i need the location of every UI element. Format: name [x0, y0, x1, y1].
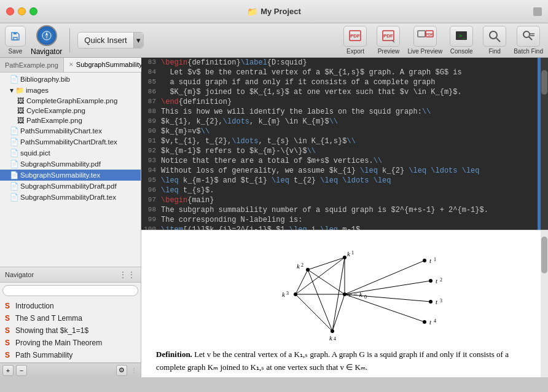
preview-button[interactable]: PDF Preview: [374, 26, 402, 55]
titlebar: 📁 My Project: [0, 0, 548, 23]
settings-button[interactable]: ⚙: [116, 365, 127, 376]
code-line-99: 99 The corresponding N-labeling is:: [141, 215, 538, 225]
svg-point-14: [490, 31, 497, 39]
file-icon: 🖼: [17, 97, 25, 104]
code-line-84: 84 Let $v$ be the central vertex of a $K…: [141, 68, 538, 77]
tree-item-subgraph-draft-tex[interactable]: 📄 SubgraphSummabilityDraft.tex: [0, 192, 141, 203]
window-controls: [6, 7, 37, 15]
nav-item-label: Introduction: [15, 302, 54, 310]
svg-marker-4: [45, 36, 48, 39]
resize-handle[interactable]: ⋮: [130, 366, 138, 375]
close-icon[interactable]: ✕: [69, 61, 74, 68]
tree-item-complete-graph[interactable]: 🖼 CompleteGraphExample.png: [0, 96, 141, 106]
tab-path-example[interactable]: PathExample.png: [0, 58, 64, 72]
file-icon: 📄: [10, 149, 18, 157]
nav-item-st-lemma[interactable]: S The S and T Lemma: [0, 312, 141, 324]
file-icon: 📄: [10, 171, 18, 179]
tree-item-subgraph-tex[interactable]: 📄 SubgraphSummability.tex: [0, 170, 141, 181]
svg-text:t: t: [436, 277, 438, 284]
editor-scrollbar[interactable]: [541, 58, 548, 230]
navigator-menu-icon[interactable]: ⋮⋮: [119, 270, 136, 280]
find-button[interactable]: Find: [480, 26, 509, 55]
preview-label: Preview: [378, 48, 400, 55]
file-icon: 📄: [10, 193, 18, 202]
nav-item-introduction[interactable]: S Introduction: [0, 300, 141, 312]
tree-item-label: SubgraphSummabilityDraft.tex: [20, 194, 116, 201]
close-button[interactable]: [6, 7, 14, 15]
find-label: Find: [488, 48, 500, 55]
navigator-label: Navigator: [31, 47, 62, 56]
tree-item-label: SubgraphSummability.tex: [20, 171, 100, 179]
save-label: Save: [9, 48, 23, 55]
export-label: Export: [346, 48, 364, 55]
code-line-98: 98 The subgraph summability number of a …: [141, 205, 538, 215]
preview-scrollbar[interactable]: [541, 230, 548, 377]
batch-find-button[interactable]: Batch Find: [514, 26, 543, 55]
svg-text:4: 4: [434, 318, 436, 324]
tree-item-bibliography[interactable]: 📄 Bibliography.bib: [0, 74, 141, 85]
svg-line-15: [496, 38, 500, 42]
tree-item-subgraph-pdf[interactable]: 📄 SubgraphSummability.pdf: [0, 159, 141, 170]
section-badge: S: [5, 351, 12, 359]
settings-icon: ⚙: [119, 366, 125, 374]
tree-item-cycle-example[interactable]: 🖼 CycleExample.png: [0, 106, 141, 116]
save-button[interactable]: Save: [5, 26, 26, 55]
nav-item-main-theorem[interactable]: S Proving the Main Theorem: [0, 337, 141, 349]
tree-item-subgraph-draft-pdf[interactable]: 📄 SubgraphSummabilityDraft.pdf: [0, 181, 141, 192]
preview-scrollbar-thumb[interactable]: [541, 237, 547, 273]
left-sidebar: PathExample.png ✕ SubgraphSummability.te…: [0, 58, 141, 377]
nav-item-label: Showing that $k_1=1$: [15, 326, 88, 335]
svg-rect-1: [14, 33, 17, 34]
svg-text:3: 3: [440, 298, 442, 304]
maximize-button[interactable]: [29, 7, 37, 15]
tree-item-path-chart-draft[interactable]: 📄 PathSummabilityChartDraft.tex: [0, 136, 141, 147]
nav-item-label: The S and T Lemma: [15, 314, 82, 323]
compass-icon: [36, 25, 57, 46]
live-preview-button[interactable]: PDF Live Preview: [407, 26, 442, 55]
nav-item-path-summability[interactable]: S Path Summability: [0, 349, 141, 361]
svg-text:3: 3: [286, 291, 289, 296]
svg-point-16: [523, 31, 530, 37]
navigator-button[interactable]: Navigator: [31, 25, 62, 56]
tree-item-path-chart[interactable]: 📄 PathSummabilityChart.tex: [0, 125, 141, 136]
remove-icon: −: [20, 367, 23, 374]
tree-item-squid[interactable]: 📄 squid.pict: [0, 147, 141, 159]
tree-item-path-example[interactable]: 🖼 PathExample.png: [0, 116, 141, 125]
minimize-button[interactable]: [18, 7, 26, 15]
navigator-title: Navigator: [5, 271, 34, 278]
title-text: My Project: [260, 7, 301, 16]
code-editor[interactable]: 83 \begin{definition}\label{D:squid} 84 …: [141, 58, 548, 230]
folder-icon: 📁: [247, 7, 257, 17]
file-tree: 📄 Bibliography.bib ▾ 📁 images 🖼 Complete…: [0, 73, 141, 267]
nav-item-showing-that[interactable]: S Showing that $k_1=1$: [0, 324, 141, 337]
quick-insert-button[interactable]: Quick Insert ▾: [77, 32, 143, 49]
collapse-button[interactable]: [533, 7, 542, 16]
remove-button[interactable]: −: [16, 365, 27, 376]
add-button[interactable]: +: [2, 365, 14, 376]
tree-item-label: CompleteGraphExample.png: [26, 97, 117, 104]
code-line-87: 87 \end{definition}: [141, 97, 538, 107]
batch-find-icon: [517, 26, 540, 47]
quick-insert-dropdown[interactable]: ▾: [133, 33, 143, 48]
svg-text:1: 1: [434, 257, 436, 262]
navigator-search-input[interactable]: [2, 285, 138, 296]
export-button[interactable]: PDF Export: [341, 26, 369, 55]
preview-area[interactable]: v = k 0 k 1 k 2 k 3: [141, 230, 548, 377]
file-icon: 📄: [10, 182, 18, 190]
separator-1: [69, 28, 70, 53]
section-badge: S: [5, 326, 12, 335]
preview-definition: Definition. Let v be the central vertex …: [156, 348, 533, 374]
svg-text:k: k: [297, 262, 300, 270]
navigator-items: S Introduction S The S and T Lemma S Sho…: [0, 299, 141, 363]
editor-content[interactable]: 83 \begin{definition}\label{D:squid} 84 …: [141, 58, 548, 230]
file-icon: 🖼: [17, 117, 25, 124]
console-button[interactable]: >_ Console: [447, 26, 476, 55]
navigator-panel: Navigator ⋮⋮ S Introduction S The S and …: [0, 267, 141, 363]
svg-text:PDF: PDF: [383, 33, 393, 39]
tree-item-label: PathExample.png: [26, 117, 82, 124]
tree-item-images[interactable]: ▾ 📁 images: [0, 85, 141, 96]
code-line-91: 91 $v,t_{1}, t_{2},\ldots, t_{s} \in K_{…: [141, 136, 538, 146]
editor-scrollbar-thumb[interactable]: [541, 70, 547, 95]
code-line-94: 94 Without loss of generality, we assume…: [141, 166, 538, 176]
code-line-90: 90 $k_{m}=v$\\: [141, 127, 538, 136]
